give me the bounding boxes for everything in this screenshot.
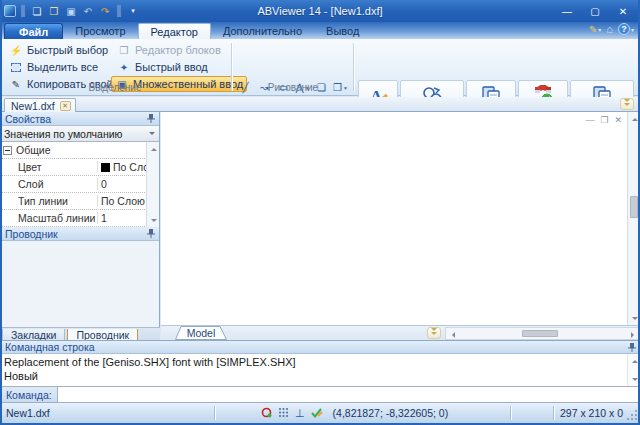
quick-select-button[interactable]: ⚡ Быстрый выбор [6, 42, 111, 58]
mdi-restore-icon[interactable]: ❐ [600, 115, 608, 125]
command-input[interactable] [58, 387, 640, 402]
redo-icon[interactable]: ↷ [98, 4, 112, 18]
canvas-vertical-scrollbar[interactable] [627, 112, 640, 325]
app-icon[interactable] [4, 5, 16, 17]
ribbon: ⚡ Быстрый выбор Выделить все ✎ Копироват… [0, 39, 640, 96]
app-window: ❏ ❒ ▣ ↶ ↷ ▾ ABViewer 14 - [New1.dxf] — ▢… [0, 0, 640, 425]
draw-mode-toggle-icon[interactable] [311, 407, 323, 420]
mdi-minimize-icon[interactable]: — [585, 115, 594, 125]
property-group-row[interactable]: Общие [0, 142, 159, 159]
properties-preset-dropdown[interactable]: Значения по умолчанию [0, 126, 159, 142]
style-pencil-icon[interactable]: ✎▾ [589, 24, 601, 35]
quick-input-icon: ✦ [117, 62, 131, 73]
properties-grid: Общие Цвет По Слою Слой 0 Тип линии По С… [0, 142, 159, 227]
command-output-line: Replacement of the [Geniso.SHX] font wit… [4, 355, 626, 369]
status-filename: New1.dxf [0, 403, 214, 423]
home-icon[interactable]: ⌂ [606, 23, 613, 35]
mdi-controls: — ❐ ✕ [585, 115, 622, 125]
osnap-toggle-icon[interactable] [261, 407, 272, 420]
property-row-linescale[interactable]: Масштаб линии 1 [0, 210, 159, 227]
command-panel-header: Командная строка [0, 341, 640, 354]
tab-output[interactable]: Вывод [314, 23, 371, 39]
canvas-horizontal-scrollbar[interactable] [445, 327, 640, 340]
status-toggles: ⊥ [257, 403, 327, 423]
color-swatch [101, 163, 110, 172]
quick-access-toolbar: ❏ ❒ ▣ ↶ ↷ ▾ [0, 4, 140, 18]
property-row-linetype[interactable]: Тип линии По Слою [0, 193, 159, 210]
properties-scrollbar[interactable] [146, 142, 159, 227]
property-row-layer[interactable]: Слой 0 [0, 176, 159, 193]
panel-collapse-chevron-icon[interactable] [620, 98, 634, 110]
property-row-color[interactable]: Цвет По Слою [0, 159, 159, 176]
drawing-canvas[interactable]: — ❐ ✕ Model [161, 112, 640, 340]
group-divider [231, 43, 232, 91]
command-output: Replacement of the [Geniso.SHX] font wit… [0, 354, 640, 387]
properties-panel-header: Свойства [0, 112, 159, 126]
explorer-panel-header: Проводник [0, 227, 159, 241]
layout-collapse-chevron-icon[interactable] [427, 327, 441, 339]
divider [117, 5, 121, 17]
minimize-button[interactable]: — [554, 3, 580, 20]
ortho-toggle-icon[interactable]: ⊥ [295, 407, 305, 420]
close-button[interactable]: ✕ [610, 3, 636, 20]
tab-editor[interactable]: Редактор [138, 23, 211, 39]
select-all-icon [11, 63, 21, 72]
undo-icon[interactable]: ↶ [81, 4, 95, 18]
resize-grip[interactable] [626, 409, 638, 421]
select-all-button[interactable]: Выделить все [6, 59, 101, 75]
status-coordinates: (4,821827; -8,322605; 0) [327, 403, 455, 423]
grid-toggle-icon[interactable] [278, 407, 289, 420]
qat-customize-chevron-icon[interactable]: ▾ [126, 4, 140, 18]
status-bar: New1.dxf ⊥ (4,821827; -8,322605; 0) 297 … [0, 402, 640, 423]
command-output-scrollbar[interactable] [627, 354, 640, 386]
copy-properties-icon: ✎ [9, 79, 23, 90]
canvas-bottom-bar: Model [161, 325, 640, 340]
command-panel: Командная строка Replacement of the [Gen… [0, 340, 640, 402]
quick-input-button[interactable]: ✦ Быстрый ввод [114, 59, 211, 75]
document-tab[interactable]: New1.dxf ✕ [4, 98, 76, 112]
tab-file[interactable]: Файл [4, 23, 63, 39]
divider [21, 5, 25, 17]
save-icon[interactable]: ▣ [64, 4, 78, 18]
collapse-icon[interactable] [3, 146, 12, 155]
command-prompt-label: Команда: [0, 387, 58, 402]
document-tab-close-icon[interactable]: ✕ [60, 101, 71, 111]
model-tab[interactable]: Model [175, 326, 227, 340]
pin-icon[interactable] [147, 114, 155, 126]
left-panel: Свойства Значения по умолчанию Общие Цве… [0, 112, 160, 342]
title-bar: ❏ ❒ ▣ ↶ ↷ ▾ ABViewer 14 - [New1.dxf] — ▢… [0, 0, 640, 22]
selection-group-label: Выделение [40, 82, 190, 93]
drawing-group-label: Рисование [236, 82, 350, 93]
pin-icon[interactable] [147, 229, 155, 241]
new-file-icon[interactable]: ❏ [30, 4, 44, 18]
ribbon-corner-icons: ✎▾ ⌂ ?▾ [589, 23, 634, 35]
chevron-down-icon [149, 132, 155, 138]
help-icon[interactable]: ?▾ [618, 23, 634, 35]
quick-select-icon: ⚡ [9, 45, 23, 56]
document-tab-bar: New1.dxf ✕ [0, 97, 640, 112]
maximize-button[interactable]: ▢ [582, 3, 608, 20]
open-file-icon[interactable]: ❒ [47, 4, 61, 18]
tab-view[interactable]: Просмотр [63, 23, 137, 39]
command-output-line: Новый [4, 369, 626, 383]
command-input-row: Команда: [0, 387, 640, 402]
group-divider [353, 43, 354, 91]
block-editor-icon: ❐ [117, 45, 131, 56]
mdi-close-icon[interactable]: ✕ [614, 115, 622, 125]
tab-advanced[interactable]: Дополнительно [211, 23, 314, 39]
window-controls: — ▢ ✕ [554, 0, 636, 22]
block-editor-button[interactable]: ❐ Редактор блоков [114, 42, 224, 58]
ribbon-tab-bar: Файл Просмотр Редактор Дополнительно Выв… [0, 22, 640, 39]
